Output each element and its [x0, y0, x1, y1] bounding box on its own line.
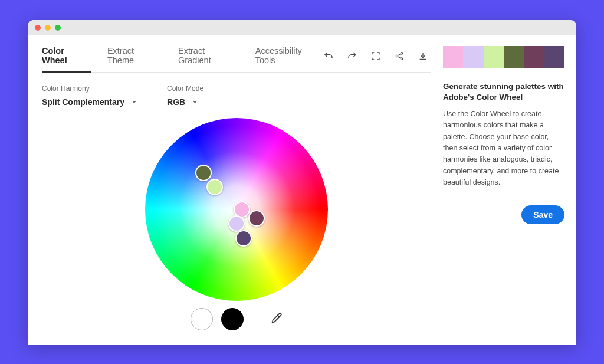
tab-color-wheel[interactable]: Color Wheel — [42, 46, 91, 72]
color-wheel-handle[interactable] — [195, 165, 212, 181]
color-wheel[interactable] — [145, 118, 328, 301]
palette-strip — [443, 46, 564, 68]
svg-point-1 — [396, 55, 398, 57]
wheel-tools — [42, 307, 431, 331]
controls-row: Color Harmony Split Complementary Color … — [42, 84, 431, 107]
undo-icon[interactable] — [323, 50, 334, 62]
toolbar-icons — [323, 50, 431, 68]
window-titlebar — [28, 20, 576, 35]
window-minimize-button[interactable] — [45, 25, 51, 31]
palette-swatch[interactable] — [463, 46, 483, 68]
fullscreen-icon[interactable] — [370, 50, 382, 62]
color-harmony-value: Split Complementary — [42, 97, 124, 107]
tabs-row: Color Wheel Extract Theme Extract Gradie… — [42, 46, 431, 73]
color-wheel-handle[interactable] — [235, 230, 252, 247]
tab-extract-theme[interactable]: Extract Theme — [107, 46, 162, 72]
eyedropper-icon[interactable] — [270, 311, 283, 327]
palette-swatch[interactable] — [524, 46, 544, 68]
background-white-swatch[interactable] — [191, 308, 213, 330]
color-wheel-handle[interactable] — [206, 179, 223, 195]
color-harmony-control: Color Harmony Split Complementary — [42, 84, 137, 107]
color-wheel-area — [42, 109, 431, 310]
sidebar-body: Use the Color Wheel to create harmonious… — [443, 109, 564, 189]
color-mode-dropdown[interactable]: RGB — [167, 97, 203, 107]
tabs-list: Color Wheel Extract Theme Extract Gradie… — [42, 46, 323, 72]
palette-swatch[interactable] — [443, 46, 463, 68]
app-window: Color Wheel Extract Theme Extract Gradie… — [28, 20, 576, 345]
chevron-down-icon — [130, 99, 137, 106]
color-wheel-handle[interactable] — [234, 201, 250, 218]
content-area: Color Wheel Extract Theme Extract Gradie… — [28, 35, 576, 345]
save-button[interactable]: Save — [521, 205, 564, 224]
palette-swatch[interactable] — [544, 46, 564, 68]
svg-point-2 — [401, 58, 402, 60]
color-wheel-handle[interactable] — [228, 215, 245, 232]
main-panel: Color Wheel Extract Theme Extract Gradie… — [28, 35, 441, 345]
divider — [257, 307, 257, 331]
tab-extract-gradient[interactable]: Extract Gradient — [178, 46, 239, 72]
palette-swatch[interactable] — [504, 46, 524, 68]
color-harmony-label: Color Harmony — [42, 84, 137, 93]
svg-point-0 — [401, 52, 402, 54]
share-icon[interactable] — [393, 50, 405, 62]
background-black-swatch[interactable] — [221, 308, 244, 330]
color-harmony-dropdown[interactable]: Split Complementary — [42, 97, 137, 107]
download-icon[interactable] — [417, 50, 429, 62]
tab-accessibility-tools[interactable]: Accessibility Tools — [255, 46, 323, 72]
color-mode-control: Color Mode RGB — [167, 84, 203, 107]
sidebar: Generate stunning palettes with Adobe's … — [441, 35, 576, 345]
chevron-down-icon — [191, 99, 198, 106]
color-mode-value: RGB — [167, 97, 185, 107]
palette-swatch[interactable] — [484, 46, 504, 68]
color-mode-label: Color Mode — [167, 84, 203, 93]
window-close-button[interactable] — [35, 25, 41, 31]
window-maximize-button[interactable] — [55, 25, 61, 31]
color-wheel-handle[interactable] — [248, 210, 265, 227]
redo-icon[interactable] — [346, 50, 358, 62]
sidebar-title: Generate stunning palettes with Adobe's … — [443, 81, 564, 103]
